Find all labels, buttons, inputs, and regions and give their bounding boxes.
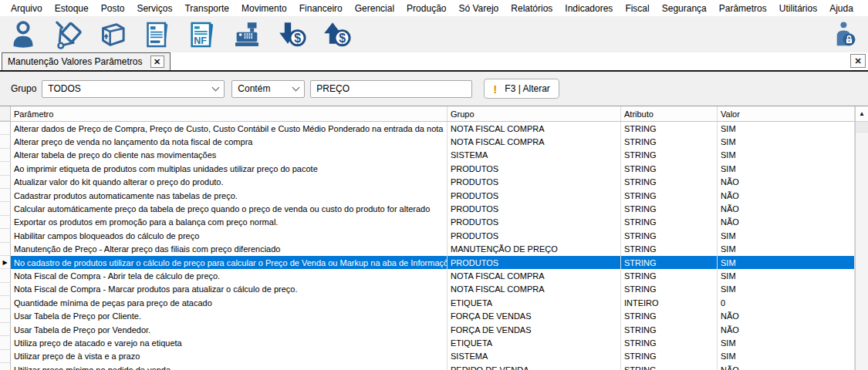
- menu-item-4[interactable]: Transporte: [178, 1, 235, 16]
- pane-close-icon[interactable]: ✕: [850, 54, 866, 68]
- menu-item-8[interactable]: Produção: [400, 1, 452, 16]
- invoice-button[interactable]: [140, 18, 174, 51]
- menu-item-7[interactable]: Gerencial: [349, 1, 400, 16]
- nf-invoice-button[interactable]: NF: [185, 18, 219, 51]
- cell-valor[interactable]: SIM: [718, 229, 855, 242]
- table-row[interactable]: Quantidade mínima de peças para preço de…: [0, 296, 855, 309]
- cell-atributo[interactable]: STRING: [621, 149, 718, 162]
- cell-atributo[interactable]: STRING: [621, 135, 718, 148]
- cell-atributo[interactable]: STRING: [621, 189, 718, 202]
- cell-valor[interactable]: NÃO: [718, 202, 855, 215]
- cell-valor[interactable]: SIM: [718, 135, 855, 148]
- row-selector-cell[interactable]: [0, 229, 11, 242]
- cell-atributo[interactable]: STRING: [621, 243, 718, 256]
- cell-grupo[interactable]: PRODUTOS: [448, 256, 621, 269]
- row-selector-cell[interactable]: [0, 202, 11, 215]
- cell-atributo[interactable]: STRING: [621, 269, 718, 282]
- cell-atributo[interactable]: STRING: [621, 256, 718, 269]
- table-row[interactable]: Calcular automáticamente preço da tabela…: [0, 202, 855, 215]
- cell-grupo[interactable]: FORÇA DE VENDAS: [448, 309, 621, 322]
- cell-parametro[interactable]: Utilizar preço mínimo no pedido de venda: [11, 363, 448, 370]
- table-row[interactable]: ▶ No cadastro de produtos utilizar o cál…: [0, 256, 855, 269]
- table-row[interactable]: Alterar dados de Preço de Compra, Preço …: [0, 122, 855, 135]
- cell-grupo[interactable]: NOTA FISCAL COMPRA: [448, 135, 621, 148]
- cell-valor[interactable]: SIM: [718, 269, 855, 282]
- cell-atributo[interactable]: STRING: [621, 350, 718, 363]
- row-selector-cell[interactable]: [0, 269, 11, 282]
- cell-parametro[interactable]: Atualizar valor do kit quando alterar o …: [11, 176, 448, 189]
- cell-parametro[interactable]: Alterar dados de Preço de Compra, Preço …: [11, 122, 448, 135]
- table-row[interactable]: Usar Tabela de Preço por Cliente. FORÇA …: [0, 309, 855, 322]
- table-row[interactable]: Cadastrar produtos automaticamente nas t…: [0, 189, 855, 202]
- cell-valor[interactable]: 0: [718, 296, 855, 309]
- table-row[interactable]: Utilizar preço mínimo no pedido de venda…: [0, 363, 855, 370]
- cell-atributo[interactable]: STRING: [621, 122, 718, 135]
- cell-valor[interactable]: SIM: [718, 283, 855, 296]
- row-selector-cell[interactable]: [0, 189, 11, 202]
- cell-atributo[interactable]: STRING: [621, 176, 718, 189]
- user-lock-button[interactable]: [828, 18, 862, 51]
- cell-atributo[interactable]: STRING: [621, 216, 718, 229]
- table-row[interactable]: Utilizar preço de à vista e a prazo SIST…: [0, 350, 855, 363]
- cell-grupo[interactable]: PRODUTOS: [448, 229, 621, 242]
- menu-item-9[interactable]: Só Varejo: [452, 1, 505, 16]
- cell-parametro[interactable]: Quantidade mínima de peças para preço de…: [11, 296, 448, 309]
- cell-grupo[interactable]: PRODUTOS: [448, 176, 621, 189]
- cell-atributo[interactable]: STRING: [621, 363, 718, 370]
- selected-row-pointer-icon[interactable]: ▶: [0, 256, 11, 269]
- menu-item-5[interactable]: Movimento: [235, 1, 293, 16]
- cell-grupo[interactable]: SISTEMA: [448, 350, 621, 363]
- table-row[interactable]: Alterar preço de venda no lançamento da …: [0, 135, 855, 148]
- cell-grupo[interactable]: PRODUTOS: [448, 189, 621, 202]
- cell-grupo[interactable]: ETIQUETA: [448, 336, 621, 349]
- menu-item-14[interactable]: Parâmetros: [713, 1, 773, 16]
- cell-grupo[interactable]: NOTA FISCAL COMPRA: [448, 283, 621, 296]
- cell-atributo[interactable]: STRING: [621, 309, 718, 322]
- cell-valor[interactable]: NÃO: [718, 363, 855, 370]
- column-header-atributo[interactable]: Atributo: [621, 106, 718, 121]
- menu-item-11[interactable]: Indicadores: [559, 1, 619, 16]
- row-selector-cell[interactable]: [0, 323, 11, 336]
- row-selector-cell[interactable]: [0, 176, 11, 189]
- hand-truck-button[interactable]: [51, 18, 85, 51]
- cell-valor[interactable]: SIM: [718, 256, 855, 269]
- table-row[interactable]: Usar Tabela de Preço por Vendedor. FORÇA…: [0, 323, 855, 336]
- cell-atributo[interactable]: STRING: [621, 202, 718, 215]
- search-input[interactable]: [310, 80, 472, 98]
- column-header-parametro[interactable]: Parâmetro: [11, 106, 448, 121]
- cell-parametro[interactable]: Alterar tabela de preço do cliente nas m…: [11, 149, 448, 162]
- f3-alterar-button[interactable]: ! F3 | Alterar: [484, 79, 559, 99]
- cell-parametro[interactable]: Nota Fiscal de Compra - Abrir tela de cá…: [11, 269, 448, 282]
- cell-parametro[interactable]: Calcular automáticamente preço da tabela…: [11, 202, 448, 215]
- group-select[interactable]: TODOS: [42, 80, 225, 98]
- vertical-scrollbar[interactable]: ▲: [855, 106, 868, 370]
- cell-atributo[interactable]: STRING: [621, 162, 718, 175]
- menu-item-16[interactable]: Ajuda: [823, 1, 860, 16]
- user-button[interactable]: [6, 18, 40, 51]
- cell-parametro[interactable]: Utilizar preço de à vista e a prazo: [11, 350, 448, 363]
- row-selector-cell[interactable]: [0, 216, 11, 229]
- tab-close-icon[interactable]: ✕: [150, 56, 164, 68]
- cell-parametro[interactable]: Ao imprimir etiqueta de produtos com mul…: [11, 162, 448, 175]
- menu-item-13[interactable]: Segurança: [656, 1, 713, 16]
- cell-valor[interactable]: NÃO: [718, 216, 855, 229]
- row-selector-cell[interactable]: [0, 363, 11, 370]
- menu-item-1[interactable]: Estoque: [49, 1, 95, 16]
- row-selector-cell[interactable]: [0, 350, 11, 363]
- cell-parametro[interactable]: Exportar os produtos em promoção para a …: [11, 216, 448, 229]
- cell-grupo[interactable]: NOTA FISCAL COMPRA: [448, 269, 621, 282]
- cell-atributo[interactable]: STRING: [621, 229, 718, 242]
- cell-valor[interactable]: SIM: [718, 162, 855, 175]
- cell-parametro[interactable]: Manutenção de Preço - Alterar preço das …: [11, 243, 448, 256]
- cell-parametro[interactable]: No cadastro de produtos utilizar o cálcu…: [11, 256, 448, 269]
- cell-grupo[interactable]: PRODUTOS: [448, 162, 621, 175]
- cell-grupo[interactable]: NOTA FISCAL COMPRA: [448, 122, 621, 135]
- cell-parametro[interactable]: Alterar preço de venda no lançamento da …: [11, 135, 448, 148]
- row-selector-cell[interactable]: [0, 149, 11, 162]
- cell-valor[interactable]: NÃO: [718, 189, 855, 202]
- cell-valor[interactable]: SIM: [718, 350, 855, 363]
- cell-valor[interactable]: NÃO: [718, 176, 855, 189]
- cell-valor[interactable]: SIM: [718, 336, 855, 349]
- cell-grupo[interactable]: SISTEMA: [448, 149, 621, 162]
- row-selector-cell[interactable]: [0, 336, 11, 349]
